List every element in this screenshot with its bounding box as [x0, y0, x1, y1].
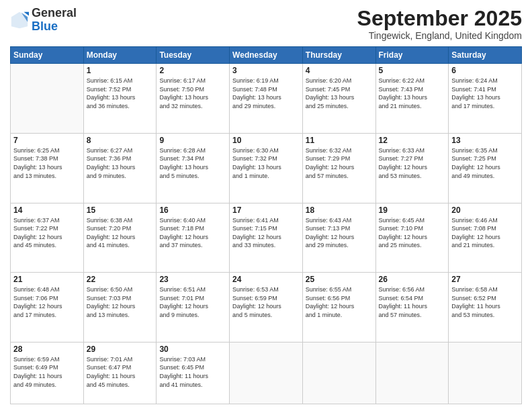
calendar-cell: 12Sunrise: 6:33 AM Sunset: 7:27 PM Dayli…: [375, 133, 449, 203]
day-info: Sunrise: 6:27 AM Sunset: 7:36 PM Dayligh…: [87, 146, 154, 180]
day-info: Sunrise: 6:58 AM Sunset: 6:52 PM Dayligh…: [451, 285, 519, 319]
day-number: 29: [87, 345, 154, 354]
day-info: Sunrise: 6:56 AM Sunset: 6:54 PM Dayligh…: [379, 285, 446, 319]
header-row: Sunday Monday Tuesday Wednesday Thursday…: [11, 47, 522, 64]
calendar-cell: 11Sunrise: 6:32 AM Sunset: 7:29 PM Dayli…: [302, 133, 375, 203]
calendar-cell: 20Sunrise: 6:46 AM Sunset: 7:08 PM Dayli…: [449, 203, 522, 273]
day-info: Sunrise: 6:43 AM Sunset: 7:13 PM Dayligh…: [306, 216, 373, 250]
page: General Blue September 2025 Tingewick, E…: [0, 0, 532, 411]
calendar-cell: 15Sunrise: 6:38 AM Sunset: 7:20 PM Dayli…: [83, 203, 157, 273]
day-info: Sunrise: 6:37 AM Sunset: 7:22 PM Dayligh…: [13, 216, 81, 250]
calendar-cell: 8Sunrise: 6:27 AM Sunset: 7:36 PM Daylig…: [83, 133, 157, 203]
day-number: 6: [451, 66, 519, 75]
calendar-cell: 18Sunrise: 6:43 AM Sunset: 7:13 PM Dayli…: [302, 203, 375, 273]
day-number: 24: [232, 275, 300, 284]
calendar-cell: [375, 342, 449, 404]
day-info: Sunrise: 6:32 AM Sunset: 7:29 PM Dayligh…: [306, 146, 373, 180]
day-info: Sunrise: 6:50 AM Sunset: 7:03 PM Dayligh…: [87, 285, 154, 319]
logo: General Blue: [10, 7, 77, 34]
day-number: 17: [232, 205, 300, 215]
calendar-cell: 30Sunrise: 7:03 AM Sunset: 6:45 PM Dayli…: [157, 342, 230, 404]
calendar-cell: 7Sunrise: 6:25 AM Sunset: 7:38 PM Daylig…: [11, 133, 84, 203]
calendar-cell: [449, 342, 522, 404]
day-number: 21: [13, 275, 81, 284]
day-info: Sunrise: 6:22 AM Sunset: 7:43 PM Dayligh…: [379, 77, 446, 110]
day-info: Sunrise: 6:53 AM Sunset: 6:59 PM Dayligh…: [232, 285, 300, 319]
day-info: Sunrise: 6:25 AM Sunset: 7:38 PM Dayligh…: [13, 146, 81, 180]
day-number: 22: [87, 275, 154, 284]
day-number: 20: [451, 205, 519, 215]
calendar-cell: [302, 342, 375, 404]
calendar-table: Sunday Monday Tuesday Wednesday Thursday…: [10, 46, 522, 404]
day-number: 27: [451, 275, 519, 284]
calendar-cell: 23Sunrise: 6:51 AM Sunset: 7:01 PM Dayli…: [157, 273, 230, 342]
day-number: 9: [159, 136, 226, 145]
calendar-cell: 4Sunrise: 6:20 AM Sunset: 7:45 PM Daylig…: [302, 64, 375, 134]
day-number: 30: [159, 345, 226, 354]
svg-marker-0: [11, 12, 28, 28]
day-info: Sunrise: 7:01 AM Sunset: 6:47 PM Dayligh…: [87, 355, 154, 389]
day-info: Sunrise: 6:55 AM Sunset: 6:56 PM Dayligh…: [306, 285, 373, 319]
day-number: 13: [451, 136, 519, 145]
calendar-cell: 21Sunrise: 6:48 AM Sunset: 7:06 PM Dayli…: [11, 273, 84, 342]
day-number: 8: [87, 136, 154, 145]
calendar-cell: 6Sunrise: 6:24 AM Sunset: 7:41 PM Daylig…: [449, 64, 522, 134]
logo-icon: [10, 11, 29, 30]
calendar-cell: 26Sunrise: 6:56 AM Sunset: 6:54 PM Dayli…: [375, 273, 449, 342]
day-number: 4: [306, 66, 373, 75]
calendar-cell: 10Sunrise: 6:30 AM Sunset: 7:32 PM Dayli…: [230, 133, 303, 203]
calendar-cell: [11, 64, 84, 134]
calendar-week-0: 1Sunrise: 6:15 AM Sunset: 7:52 PM Daylig…: [11, 64, 522, 134]
calendar-cell: 19Sunrise: 6:45 AM Sunset: 7:10 PM Dayli…: [375, 203, 449, 273]
day-number: 26: [379, 275, 446, 284]
calendar-cell: 28Sunrise: 6:59 AM Sunset: 6:49 PM Dayli…: [11, 342, 84, 404]
day-number: 14: [13, 205, 81, 215]
day-number: 2: [159, 66, 226, 75]
day-info: Sunrise: 6:48 AM Sunset: 7:06 PM Dayligh…: [13, 285, 81, 319]
day-info: Sunrise: 6:28 AM Sunset: 7:34 PM Dayligh…: [159, 146, 226, 180]
col-sunday: Sunday: [11, 47, 84, 64]
calendar-cell: 24Sunrise: 6:53 AM Sunset: 6:59 PM Dayli…: [230, 273, 303, 342]
col-friday: Friday: [375, 47, 449, 64]
calendar-cell: 17Sunrise: 6:41 AM Sunset: 7:15 PM Dayli…: [230, 203, 303, 273]
day-number: 25: [306, 275, 373, 284]
calendar-cell: 9Sunrise: 6:28 AM Sunset: 7:34 PM Daylig…: [157, 133, 230, 203]
day-info: Sunrise: 6:15 AM Sunset: 7:52 PM Dayligh…: [87, 77, 154, 110]
calendar-week-4: 28Sunrise: 6:59 AM Sunset: 6:49 PM Dayli…: [11, 342, 522, 404]
month-title: September 2025: [357, 7, 522, 30]
day-info: Sunrise: 7:03 AM Sunset: 6:45 PM Dayligh…: [159, 355, 226, 389]
calendar-week-3: 21Sunrise: 6:48 AM Sunset: 7:06 PM Dayli…: [11, 273, 522, 342]
day-number: 18: [306, 205, 373, 215]
day-number: 3: [232, 66, 300, 75]
day-number: 11: [306, 136, 373, 145]
logo-blue: Blue: [32, 19, 58, 33]
day-number: 23: [159, 275, 226, 284]
day-info: Sunrise: 6:30 AM Sunset: 7:32 PM Dayligh…: [232, 146, 300, 180]
logo-text: General Blue: [32, 7, 77, 34]
day-number: 19: [379, 205, 446, 215]
day-number: 12: [379, 136, 446, 145]
day-number: 16: [159, 205, 226, 215]
calendar-week-2: 14Sunrise: 6:37 AM Sunset: 7:22 PM Dayli…: [11, 203, 522, 273]
day-info: Sunrise: 6:33 AM Sunset: 7:27 PM Dayligh…: [379, 146, 446, 180]
logo-general: General: [32, 6, 77, 19]
day-info: Sunrise: 6:41 AM Sunset: 7:15 PM Dayligh…: [232, 216, 300, 250]
calendar-cell: 29Sunrise: 7:01 AM Sunset: 6:47 PM Dayli…: [83, 342, 157, 404]
header: General Blue September 2025 Tingewick, E…: [10, 7, 522, 41]
day-number: 28: [13, 345, 81, 354]
col-saturday: Saturday: [449, 47, 522, 64]
day-info: Sunrise: 6:59 AM Sunset: 6:49 PM Dayligh…: [13, 355, 81, 389]
day-info: Sunrise: 6:45 AM Sunset: 7:10 PM Dayligh…: [379, 216, 446, 250]
calendar-cell: [230, 342, 303, 404]
col-thursday: Thursday: [302, 47, 375, 64]
calendar-cell: 22Sunrise: 6:50 AM Sunset: 7:03 PM Dayli…: [83, 273, 157, 342]
col-wednesday: Wednesday: [230, 47, 303, 64]
title-block: September 2025 Tingewick, England, Unite…: [357, 7, 522, 41]
calendar-cell: 14Sunrise: 6:37 AM Sunset: 7:22 PM Dayli…: [11, 203, 84, 273]
col-tuesday: Tuesday: [157, 47, 230, 64]
day-info: Sunrise: 6:17 AM Sunset: 7:50 PM Dayligh…: [159, 77, 226, 110]
calendar-cell: 25Sunrise: 6:55 AM Sunset: 6:56 PM Dayli…: [302, 273, 375, 342]
calendar-cell: 5Sunrise: 6:22 AM Sunset: 7:43 PM Daylig…: [375, 64, 449, 134]
day-info: Sunrise: 6:35 AM Sunset: 7:25 PM Dayligh…: [451, 146, 519, 180]
col-monday: Monday: [83, 47, 157, 64]
